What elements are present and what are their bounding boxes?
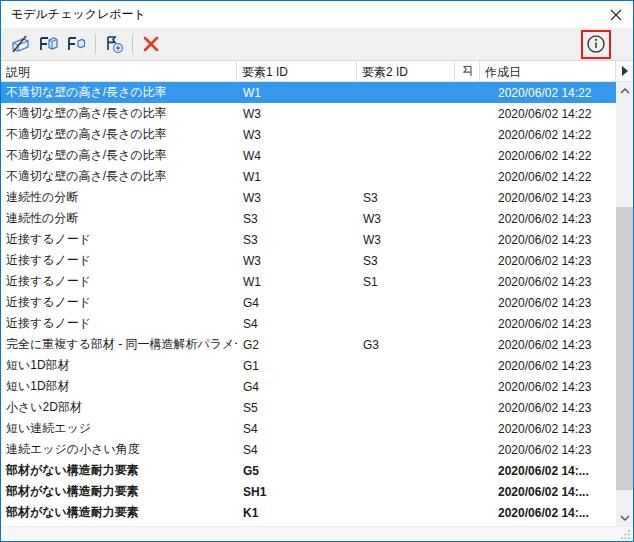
table-row[interactable]: 不適切な壁の高さ/長さの比率 W1 2020/06/02 14:22 [1, 82, 616, 103]
table-row[interactable]: 近接するノード S3 W3 2020/06/02 14:23 [1, 229, 616, 250]
column-header-description[interactable]: 説明 [1, 61, 237, 81]
add-flag-button[interactable] [100, 31, 128, 57]
cell-created-date: 2020/06/02 14:23 [480, 359, 616, 373]
table-row[interactable]: 部材がない構造耐力要素 K1 2020/06/02 14:... [1, 502, 616, 523]
cell-element1-id: S4 [237, 443, 357, 457]
info-button[interactable] [586, 34, 606, 54]
list-area: 不適切な壁の高さ/長さの比率 W1 2020/06/02 14:22 不適切な壁… [1, 82, 633, 526]
model-check-report-dialog: モデルチェックレポート [0, 0, 634, 542]
delete-button[interactable] [137, 31, 165, 57]
table-row[interactable]: 完全に重複する部材 - 同一構造解析パラメータ G2 G3 2020/06/02… [1, 334, 616, 355]
column-header-flag[interactable] [455, 61, 480, 81]
vertical-scrollbar[interactable] [616, 82, 633, 526]
cell-description: 小さい2D部材 [1, 399, 237, 416]
close-button[interactable] [608, 7, 624, 23]
table-row[interactable]: 小さい2D部材 S5 2020/06/02 14:23 [1, 397, 616, 418]
table-row[interactable]: 不適切な壁の高さ/長さの比率 W3 2020/06/02 14:22 [1, 103, 616, 124]
cell-description: 不適切な壁の高さ/長さの比率 [1, 126, 237, 143]
window-title: モデルチェックレポート [11, 6, 608, 23]
cell-created-date: 2020/06/02 14:22 [480, 170, 616, 184]
cell-description: 不適切な壁の高さ/長さの比率 [1, 168, 237, 185]
chevron-up-icon [620, 88, 630, 94]
column-header-created[interactable]: 作成日 [480, 61, 616, 81]
close-icon [610, 9, 622, 21]
toolbar-separator [132, 34, 133, 54]
cell-element2-id: S3 [357, 254, 455, 268]
cell-created-date: 2020/06/02 14:23 [480, 380, 616, 394]
cell-created-date: 2020/06/02 14:... [480, 485, 616, 499]
cell-created-date: 2020/06/02 14:23 [480, 317, 616, 331]
chevron-down-icon [620, 515, 630, 521]
cell-created-date: 2020/06/02 14:22 [480, 107, 616, 121]
cell-description: 近接するノード [1, 315, 237, 332]
table-row[interactable]: 連続性の分断 W3 S3 2020/06/02 14:23 [1, 187, 616, 208]
cell-description: 部材がない構造耐力要素 [1, 483, 237, 500]
cell-created-date: 2020/06/02 14:23 [480, 401, 616, 415]
cell-created-date: 2020/06/02 14:23 [480, 296, 616, 310]
table-row[interactable]: 短い1D部材 G4 2020/06/02 14:23 [1, 376, 616, 397]
toolbar-separator [95, 34, 96, 54]
table-row[interactable]: 近接するノード W1 S1 2020/06/02 14:23 [1, 271, 616, 292]
show-element-1-button[interactable] [35, 31, 63, 57]
cell-description: 部材がない構造耐力要素 [1, 462, 237, 479]
table-row[interactable]: 近接するノード S4 2020/06/02 14:23 [1, 313, 616, 334]
cell-element1-id: W3 [237, 254, 357, 268]
cell-created-date: 2020/06/02 14:22 [480, 86, 616, 100]
cell-element1-id: S4 [237, 317, 357, 331]
cell-element2-id: S3 [357, 191, 455, 205]
table-body: 不適切な壁の高さ/長さの比率 W1 2020/06/02 14:22 不適切な壁… [1, 82, 616, 526]
column-header-element2[interactable]: 要素2 ID [357, 61, 455, 81]
table-row[interactable]: 短い連続エッジ S4 2020/06/02 14:23 [1, 418, 616, 439]
scroll-up-button[interactable] [616, 82, 633, 99]
table-row[interactable]: 不適切な壁の高さ/長さの比率 W4 2020/06/02 14:22 [1, 145, 616, 166]
cell-element1-id: W1 [237, 86, 357, 100]
column-header-element1[interactable]: 要素1 ID [237, 61, 357, 81]
cell-description: 近接するノード [1, 294, 237, 311]
table-row[interactable]: 近接するノード W3 S3 2020/06/02 14:23 [1, 250, 616, 271]
info-icon [586, 34, 606, 54]
cell-element1-id: G2 [237, 338, 357, 352]
info-highlight-box [581, 30, 611, 59]
cell-element1-id: G4 [237, 296, 357, 310]
add-flag-icon [103, 34, 125, 54]
scrollbar-thumb[interactable] [616, 207, 633, 490]
cell-element1-id: K1 [237, 506, 357, 520]
cell-created-date: 2020/06/02 14:23 [480, 212, 616, 226]
resize-grip-icon[interactable] [620, 529, 631, 540]
table-row[interactable]: 近接するノード G4 2020/06/02 14:23 [1, 292, 616, 313]
show-element-2-button[interactable] [63, 31, 91, 57]
cell-description: 不適切な壁の高さ/長さの比率 [1, 105, 237, 122]
flag-icon [460, 64, 474, 78]
table-header: 説明 要素1 ID 要素2 ID 作成日 [1, 61, 633, 82]
cell-element2-id: W3 [357, 233, 455, 247]
cell-element1-id: G5 [237, 464, 357, 478]
scrollbar-track[interactable] [616, 99, 633, 509]
table-row[interactable]: 短い1D部材 G1 2020/06/02 14:23 [1, 355, 616, 376]
hide-element-button[interactable] [7, 31, 35, 57]
table-row[interactable]: 部材がない構造耐力要素 G5 2020/06/02 14:... [1, 460, 616, 481]
cell-description: 連続性の分断 [1, 189, 237, 206]
cell-description: 短い1D部材 [1, 378, 237, 395]
show-element-1-icon [38, 34, 60, 54]
cell-element1-id: S4 [237, 422, 357, 436]
cell-description: 不適切な壁の高さ/長さの比率 [1, 147, 237, 164]
cell-element2-id: G3 [357, 338, 455, 352]
table-row[interactable]: 不適切な壁の高さ/長さの比率 W1 2020/06/02 14:22 [1, 166, 616, 187]
table-row[interactable]: 連続性の分断 S3 W3 2020/06/02 14:23 [1, 208, 616, 229]
table-row[interactable]: 部材がない構造耐力要素 SH1 2020/06/02 14:... [1, 481, 616, 502]
cell-description: 連続性の分断 [1, 210, 237, 227]
triangle-right-icon [621, 66, 629, 76]
show-element-2-icon [66, 34, 88, 54]
cell-description: 不適切な壁の高さ/長さの比率 [1, 84, 237, 101]
cell-created-date: 2020/06/02 14:23 [480, 443, 616, 457]
cell-created-date: 2020/06/02 14:23 [480, 233, 616, 247]
scroll-down-button[interactable] [616, 509, 633, 526]
cell-created-date: 2020/06/02 14:... [480, 506, 616, 520]
cell-element1-id: G4 [237, 380, 357, 394]
table-row[interactable]: 不適切な壁の高さ/長さの比率 W3 2020/06/02 14:22 [1, 124, 616, 145]
cell-description: 短い連続エッジ [1, 420, 237, 437]
cell-element1-id: W3 [237, 128, 357, 142]
cell-element1-id: G1 [237, 359, 357, 373]
table-row[interactable]: 連続エッジの小さい角度 S4 2020/06/02 14:23 [1, 439, 616, 460]
header-scroll-right-button[interactable] [616, 61, 633, 81]
